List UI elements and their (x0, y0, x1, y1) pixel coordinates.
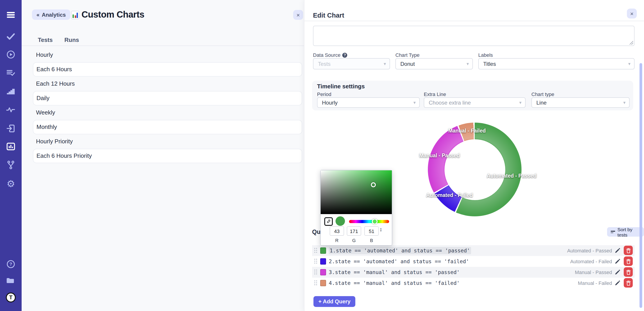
saturation-area[interactable] (321, 170, 392, 214)
edit-pencil-icon[interactable] (615, 280, 620, 286)
header-divider (304, 21, 644, 21)
blue-label: B (364, 238, 379, 243)
green-input[interactable]: 171 (347, 226, 361, 236)
edit-chart-title: Edit Chart (313, 12, 344, 19)
labels-label: Labels (478, 52, 493, 58)
tests-check-icon[interactable] (0, 31, 22, 42)
drag-handle-icon[interactable] (314, 258, 318, 264)
milestones-steps-icon[interactable] (0, 86, 22, 97)
color-swatch[interactable] (320, 269, 326, 275)
donut-label-manual-failed: Manual - Failed (448, 128, 486, 133)
edit-panel-close-button[interactable]: × (627, 9, 637, 19)
chart-type-select[interactable]: Donut (396, 58, 473, 69)
query-row-4[interactable]: 4.state == 'manual' and status == 'faile… (312, 277, 634, 288)
delete-query-button[interactable] (624, 256, 633, 266)
pulse-icon[interactable] (0, 104, 22, 115)
period-select[interactable]: Hourly (317, 97, 420, 108)
tab-bar: Tests Runs (38, 37, 79, 43)
svg-text:?: ? (10, 262, 12, 267)
drag-handle-icon[interactable] (314, 247, 318, 253)
list-item-weekly[interactable]: Weekly (33, 105, 302, 120)
data-source-select[interactable]: Tests (313, 58, 390, 69)
help-circle-icon[interactable]: ? (342, 53, 347, 58)
current-color-circle (336, 216, 345, 226)
test-plans-icon[interactable] (0, 67, 22, 79)
color-swatch[interactable] (320, 247, 326, 253)
extra-line-select[interactable]: Choose extra line (424, 97, 526, 108)
analytics-chart-icon[interactable] (0, 141, 22, 152)
list-item-hourly[interactable]: Hourly (33, 48, 302, 62)
left-panel-close-button[interactable]: × (293, 10, 303, 20)
runs-play-icon[interactable] (0, 49, 22, 60)
page-title: Custom Charts (82, 10, 144, 20)
color-picker: 43 171 51 ▲▼ R G B (320, 170, 392, 246)
donut-label-automated-passed: Automated - Passed (486, 173, 536, 178)
data-source-label: Data Source? (313, 52, 347, 58)
hue-slider-handle[interactable] (372, 218, 378, 224)
red-input[interactable]: 43 (330, 226, 344, 236)
labels-select[interactable]: Titles (478, 58, 634, 69)
bar-chart-icon (71, 11, 79, 19)
settings-gear-icon[interactable]: ⚙ (0, 178, 22, 190)
edit-pencil-icon[interactable] (615, 247, 620, 253)
projects-folder-icon[interactable] (0, 274, 22, 286)
delete-query-button[interactable] (624, 246, 633, 255)
period-label: Period (317, 92, 332, 97)
branches-icon[interactable] (0, 159, 22, 171)
list-item-hourly-priority[interactable]: Hourly Priority (33, 134, 302, 149)
menu-icon[interactable] (0, 9, 22, 21)
add-query-button[interactable]: + Add Query (314, 296, 356, 307)
sort-by-tests-button[interactable]: Sort by tests (607, 227, 644, 237)
logo-avatar[interactable]: T (0, 292, 22, 303)
list-item-monthly[interactable]: Monthly (33, 120, 302, 134)
sign-in-icon[interactable] (0, 123, 22, 134)
color-swatch[interactable] (320, 280, 326, 286)
donut-label-automated-failed: Automated - Failed (426, 192, 473, 198)
sidebar: ⚙ ? T (0, 0, 22, 311)
color-mode-toggle-icon[interactable]: ▲▼ (380, 228, 382, 232)
edit-pencil-icon[interactable] (615, 258, 620, 264)
back-chevron-icon: « (36, 12, 40, 18)
sort-icon (611, 231, 615, 233)
tabs-divider (22, 46, 304, 46)
hue-slider[interactable] (349, 220, 389, 223)
edit-pencil-icon[interactable] (615, 269, 620, 275)
drag-handle-icon[interactable] (314, 280, 318, 286)
blue-input[interactable]: 51 (364, 226, 379, 236)
color-swatch[interactable] (320, 258, 326, 264)
list-item-each-6-hours-priority[interactable]: Each 6 Hours Priority (33, 149, 302, 163)
textarea-resize-grip[interactable] (630, 41, 633, 45)
drag-handle-icon[interactable] (314, 269, 318, 275)
analytics-back-button[interactable]: « Analytics (32, 10, 70, 20)
red-label: R (330, 238, 344, 243)
description-textarea[interactable] (313, 26, 634, 46)
timeline-settings-heading: Timeline settings (317, 83, 365, 90)
list-item-each-6-hours[interactable]: Each 6 Hours (33, 62, 302, 76)
tab-runs[interactable]: Runs (64, 37, 79, 43)
green-label: G (347, 238, 361, 243)
back-label: Analytics (42, 12, 66, 18)
query-row-3[interactable]: 3.state == 'manual' and status == 'passe… (312, 267, 634, 277)
query-row-2[interactable]: 2.state == 'automated' and status == 'fa… (312, 256, 634, 267)
chart-type-label: Chart Type (396, 52, 420, 58)
saturation-cursor[interactable] (371, 182, 376, 187)
query-row-1[interactable]: 1.state == 'automated' and status == 'pa… (312, 245, 634, 256)
delete-query-button[interactable] (624, 267, 633, 277)
list-item-each-12-hours[interactable]: Each 12 Hours (33, 76, 302, 91)
delete-query-button[interactable] (624, 278, 633, 287)
panel-scrollbar[interactable] (639, 63, 642, 308)
tab-tests[interactable]: Tests (38, 37, 53, 43)
timeline-chart-type-select[interactable]: Line (532, 97, 630, 108)
timeline-chart-type-label: Chart type (532, 92, 554, 97)
extra-line-label: Extra Line (424, 92, 446, 97)
donut-label-manual-passed: Manual - Passed (419, 153, 460, 158)
clipped-label-fragment: . . . . . . (315, 23, 342, 24)
donut-chart[interactable] (428, 123, 522, 216)
list-item-daily[interactable]: Daily (33, 91, 302, 105)
app-window: ⚙ ? T « Analytics Custom Charts × Tests … (0, 0, 644, 311)
help-icon[interactable]: ? (0, 258, 22, 270)
eyedropper-button[interactable] (324, 217, 333, 226)
